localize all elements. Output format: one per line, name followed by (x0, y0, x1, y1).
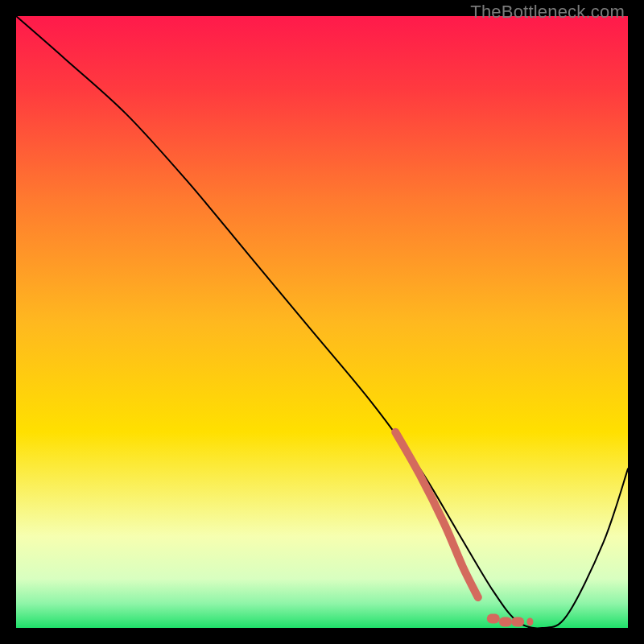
highlight-dot (487, 614, 500, 624)
gradient-background (16, 16, 628, 628)
watermark-text: TheBottleneck.com (470, 2, 625, 23)
highlight-dot (526, 617, 533, 625)
highlight-dot (511, 617, 524, 626)
chart-svg (16, 16, 628, 628)
chart-frame (16, 16, 628, 628)
highlight-dot (499, 617, 512, 626)
